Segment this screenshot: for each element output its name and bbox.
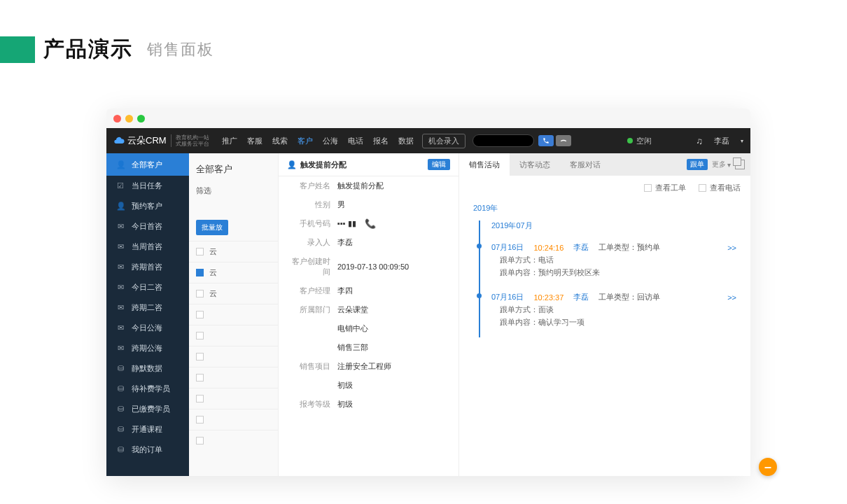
activity-panel: 销售活动访客动态客服对话 跟单 更多▾ 查看工单查看电话 2019年 2019年… bbox=[459, 153, 750, 476]
activity-tab-2[interactable]: 客服对话 bbox=[560, 153, 610, 176]
list-row[interactable] bbox=[189, 304, 278, 325]
checkbox[interactable] bbox=[196, 437, 204, 444]
nav-item-3[interactable]: 客户 bbox=[298, 136, 313, 146]
batch-button[interactable]: 批量放 bbox=[196, 220, 228, 235]
sidebar-item-1[interactable]: 👤预约客户 bbox=[106, 196, 189, 216]
sidebar-header[interactable]: 👤 全部客户 bbox=[106, 153, 189, 176]
checkbox[interactable] bbox=[196, 332, 204, 340]
entry-date: 07月16日 bbox=[491, 292, 524, 302]
detail-label: 所属部门 bbox=[287, 304, 337, 315]
logo-text: 云朵CRM bbox=[113, 134, 167, 147]
filter-label: 查看电话 bbox=[710, 183, 741, 193]
detail-row: 销售三部 bbox=[279, 338, 458, 357]
entry-author: 李磊 bbox=[573, 242, 589, 253]
activity-tab-0[interactable]: 销售活动 bbox=[459, 153, 510, 176]
checkbox-icon bbox=[644, 184, 652, 192]
sidebar-item-icon: ⛁ bbox=[116, 364, 125, 373]
user-name[interactable]: 李磊 bbox=[714, 136, 729, 146]
checkbox[interactable] bbox=[196, 290, 204, 298]
sidebar-item-13[interactable]: ⛁我的订单 bbox=[106, 440, 189, 460]
customer-list-panel: 全部客户 筛选 批量放 云云云 bbox=[189, 153, 279, 476]
sidebar-item-12[interactable]: ⛁开通课程 bbox=[106, 419, 189, 440]
more-button[interactable]: 更多▾ bbox=[712, 160, 731, 169]
activity-tab-1[interactable]: 访客动态 bbox=[510, 153, 560, 176]
nav-item-1[interactable]: 客服 bbox=[247, 136, 262, 146]
entry-more-link[interactable]: >> bbox=[727, 293, 736, 302]
list-row[interactable] bbox=[189, 367, 278, 388]
copy-icon[interactable] bbox=[735, 160, 745, 169]
search-input[interactable] bbox=[472, 134, 534, 147]
filter-checkbox[interactable]: 查看电话 bbox=[699, 183, 741, 193]
list-row-text: 云 bbox=[209, 267, 217, 278]
sidebar-item-10[interactable]: ⛁待补费学员 bbox=[106, 379, 189, 399]
entry-more-link[interactable]: >> bbox=[727, 244, 736, 252]
nav-item-5[interactable]: 电话 bbox=[348, 136, 363, 146]
customer-detail-panel: 👤 触发提前分配 编辑 客户姓名触发提前分配性别男手机号码▪▪▪ ▮▮📞录入人李… bbox=[279, 153, 459, 476]
list-row[interactable]: 云 bbox=[189, 241, 278, 262]
checkbox[interactable] bbox=[196, 248, 204, 255]
app-window: 云朵CRM 教育机构一站 式服务云平台 推广客服线索客户公海电话报名数据 机会录… bbox=[106, 108, 750, 476]
sidebar-item-7[interactable]: ✉今日公海 bbox=[106, 318, 189, 338]
checkbox[interactable] bbox=[196, 269, 204, 276]
detail-value: 初级 bbox=[337, 399, 353, 410]
entry-detail: 跟单方式：电话 bbox=[491, 253, 736, 265]
filter-label: 查看工单 bbox=[655, 183, 686, 193]
entry-time: 10:23:37 bbox=[533, 293, 564, 302]
checkbox[interactable] bbox=[196, 353, 204, 360]
checkbox[interactable] bbox=[196, 395, 204, 402]
detail-value: 初级 bbox=[337, 380, 353, 391]
maximize-icon[interactable] bbox=[137, 115, 145, 122]
detail-row: 电销中心 bbox=[279, 319, 458, 338]
sidebar-item-6[interactable]: ✉跨期二咨 bbox=[106, 298, 189, 318]
sidebar-item-11[interactable]: ⛁已缴费学员 bbox=[106, 399, 189, 419]
call-button[interactable] bbox=[538, 135, 554, 146]
sidebar-item-9[interactable]: ⛁静默数据 bbox=[106, 358, 189, 379]
detail-value: 电销中心 bbox=[337, 323, 368, 334]
nav-item-7[interactable]: 数据 bbox=[398, 136, 414, 146]
checkbox[interactable] bbox=[196, 374, 204, 382]
timeline-entry: 07月16日10:24:16李磊工单类型：预约单>>跟单方式：电话跟单内容：预约… bbox=[491, 238, 736, 288]
chevron-down-icon[interactable]: ▾ bbox=[741, 138, 743, 144]
close-icon[interactable] bbox=[113, 115, 121, 122]
list-row[interactable] bbox=[189, 346, 278, 367]
opportunity-button[interactable]: 机会录入 bbox=[422, 134, 465, 148]
sidebar-item-8[interactable]: ✉跨期公海 bbox=[106, 338, 189, 358]
list-row[interactable]: 云 bbox=[189, 283, 278, 304]
status-indicator[interactable]: 空闲 bbox=[627, 136, 652, 146]
list-row-text: 云 bbox=[209, 246, 217, 257]
edit-button[interactable]: 编辑 bbox=[428, 159, 450, 170]
nav-item-6[interactable]: 报名 bbox=[373, 136, 388, 146]
sidebar-item-5[interactable]: ✉今日二咨 bbox=[106, 277, 189, 298]
hangup-button[interactable] bbox=[556, 135, 571, 146]
sidebar-item-label: 跨期首咨 bbox=[132, 262, 162, 272]
logo: 云朵CRM 教育机构一站 式服务云平台 bbox=[106, 134, 216, 147]
sidebar-item-2[interactable]: ✉今日首咨 bbox=[106, 216, 189, 237]
filter-checkbox[interactable]: 查看工单 bbox=[644, 183, 686, 193]
nav-item-4[interactable]: 公海 bbox=[323, 136, 338, 146]
followup-button[interactable]: 跟单 bbox=[687, 159, 708, 170]
detail-row: 销售项目注册安全工程师 bbox=[279, 357, 458, 376]
sidebar-item-label: 我的订单 bbox=[132, 444, 162, 455]
minimize-icon[interactable] bbox=[125, 115, 133, 122]
fab-button[interactable]: – bbox=[759, 458, 777, 476]
list-row[interactable] bbox=[189, 430, 278, 451]
sidebar-item-0[interactable]: ☑当日任务 bbox=[106, 176, 189, 196]
list-row-text: 云 bbox=[209, 288, 217, 299]
sidebar-item-4[interactable]: ✉跨期首咨 bbox=[106, 257, 189, 277]
detail-row: 客户经理李四 bbox=[279, 281, 458, 300]
list-row[interactable]: 云 bbox=[189, 262, 278, 283]
checkbox[interactable] bbox=[196, 311, 204, 318]
checkbox[interactable] bbox=[196, 416, 204, 424]
list-row[interactable] bbox=[189, 388, 278, 409]
list-row[interactable] bbox=[189, 325, 278, 346]
list-row[interactable] bbox=[189, 409, 278, 430]
phone-icon[interactable]: 📞 bbox=[365, 218, 376, 229]
sidebar-item-icon: ⛁ bbox=[116, 425, 125, 434]
nav-item-0[interactable]: 推广 bbox=[222, 136, 237, 146]
sidebar-item-3[interactable]: ✉当周首咨 bbox=[106, 237, 189, 257]
bell-icon[interactable]: ♫ bbox=[696, 136, 703, 146]
nav-item-2[interactable]: 线索 bbox=[272, 136, 288, 146]
sidebar-item-icon: ✉ bbox=[116, 283, 125, 292]
sidebar-item-label: 跨期二咨 bbox=[132, 302, 162, 313]
detail-value: 云朵课堂 bbox=[337, 304, 368, 315]
